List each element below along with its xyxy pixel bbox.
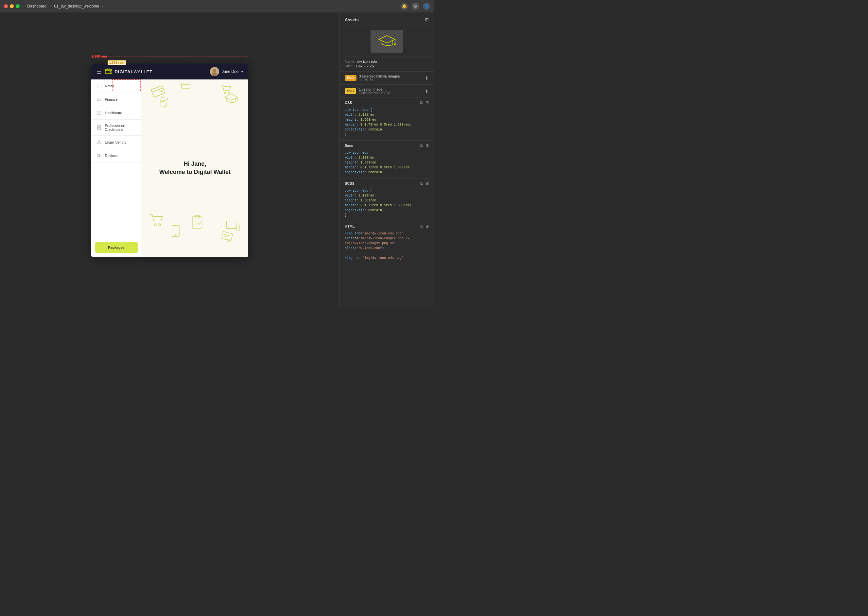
css-copy-icon[interactable]: ⧉: [420, 101, 423, 105]
dw-logo: DIGITALWALLET: [105, 68, 153, 75]
legal-identity-icon: [96, 140, 102, 145]
html-section-header: HTML ⧉ ⊞: [340, 222, 434, 230]
css-settings-icon[interactable]: ⊞: [426, 101, 429, 105]
settings-icon[interactable]: ⚙: [412, 3, 419, 10]
dw-app-window: ☰ DIGITALWALLET: [91, 64, 248, 257]
assets-filter-icon[interactable]: ⊞: [425, 17, 429, 22]
scss-section-icons: ⧉ ⊞: [420, 181, 429, 186]
sidebar-item-professional-credentials[interactable]: Professional Credentials: [91, 119, 142, 136]
scatter-cert-icon: [220, 231, 233, 245]
dw-header-right: Jane Doe ▾: [210, 67, 243, 76]
svg-rect-26: [237, 225, 240, 230]
css-section-title: CSS: [345, 101, 352, 105]
sass-section-icons: ⧉ ⊞: [420, 143, 429, 148]
sidebar-item-devices[interactable]: Devices: [91, 149, 142, 162]
css-section-header: CSS ⧉ ⊞: [340, 98, 434, 106]
svg-rect-5: [97, 85, 101, 88]
scss-section-title: SCSS: [345, 181, 355, 185]
svg-format-sub: Optimized with SVGO: [359, 91, 390, 95]
close-button[interactable]: [4, 4, 8, 8]
user-avatar[interactable]: 👤: [423, 3, 430, 10]
asset-name-value: dw-icon-edu: [357, 60, 377, 63]
sidebar-item-finance[interactable]: Finance: [91, 93, 142, 106]
scatter-clipboard-icon: [192, 215, 203, 231]
welcome-text: Hi Jane, Welcome to Digital Wallet: [159, 160, 231, 176]
right-panel: Assets ⊞ Name: dw-icon-edu Size:: [339, 13, 434, 308]
svg-point-14: [160, 90, 162, 93]
asset-name-row: Name: dw-icon-edu: [345, 60, 429, 63]
main-layout: 2.188 rem 1.562 rem ☰: [0, 13, 434, 308]
scss-code-block: .dw-icon-edu { width: 2.188rem; height: …: [340, 187, 434, 221]
svg-rect-11: [97, 154, 100, 156]
dw-username: Jane Doe: [222, 69, 238, 74]
sass-code-block: .dw-icon-edu width: 2.188rem height: 1.5…: [340, 149, 434, 178]
svg-rect-24: [195, 215, 200, 218]
professional-credentials-label: Professional Credentials: [105, 124, 136, 132]
devices-icon: [96, 153, 102, 158]
scss-copy-icon[interactable]: ⧉: [420, 181, 423, 186]
sass-settings-icon[interactable]: ⊞: [426, 143, 429, 148]
svg-point-7: [98, 100, 98, 101]
packages-button[interactable]: Packages: [95, 242, 138, 253]
scss-settings-icon[interactable]: ⊞: [426, 181, 429, 186]
asset-size-value: 35px × 25px: [355, 64, 374, 68]
assets-header: Assets ⊞: [340, 13, 434, 26]
devices-label: Devices: [105, 154, 118, 157]
html-code-block: <img src="img/dw-icon-edu.png" srcset="i…: [340, 230, 434, 264]
asset-name-label: Name:: [345, 60, 355, 63]
html-section: HTML ⧉ ⊞ <img src="img/dw-icon-edu.png" …: [340, 222, 434, 264]
svg-rect-25: [226, 221, 236, 228]
html-settings-icon[interactable]: ⊞: [426, 224, 429, 229]
svg-point-17: [228, 93, 230, 94]
back-nav[interactable]: ‹ Dashboard: [24, 4, 46, 8]
maximize-button[interactable]: [16, 4, 20, 8]
menu-hamburger-icon[interactable]: ☰: [96, 69, 101, 75]
scatter-wallet-icon: [150, 83, 167, 101]
svg-marker-19: [225, 94, 238, 101]
asset-preview: [340, 26, 434, 57]
html-copy-icon[interactable]: ⧉: [420, 224, 423, 229]
sidebar-item-healthcare[interactable]: Healthcare: [91, 106, 142, 119]
svg-rect-27: [172, 226, 179, 237]
css-section-icons: ⧉ ⊞: [420, 101, 429, 105]
sass-section-title: Sass: [345, 143, 353, 148]
svg-point-1: [110, 71, 111, 72]
healthcare-label: Healthcare: [105, 111, 122, 115]
png-download-icon[interactable]: ⬇: [425, 75, 429, 81]
svg-point-33: [394, 44, 396, 46]
welcome-line2: Welcome to Digital Wallet: [159, 169, 231, 175]
healthcare-icon: [96, 110, 102, 115]
svg-point-22: [159, 224, 160, 226]
svg-download-icon[interactable]: ⬇: [425, 89, 429, 94]
sass-section-header: Sass ⧉ ⊞: [340, 141, 434, 149]
finance-label: Finance: [105, 97, 118, 101]
svg-point-3: [213, 69, 216, 72]
notification-icon[interactable]: 🔔: [401, 3, 408, 10]
sidebar-item-legal-identity[interactable]: Legal Identity: [91, 136, 142, 149]
asset-thumbnail: [371, 30, 403, 53]
sass-section: Sass ⧉ ⊞ .dw-icon-edu width: 2.188rem he…: [340, 141, 434, 179]
asset-metadata: Name: dw-icon-edu Size: 35px × 25px: [340, 57, 434, 72]
sidebar-item-retail[interactable]: Retail: [91, 79, 142, 93]
html-section-icons: ⧉ ⊞: [420, 224, 429, 229]
scatter-edu-icon: [224, 93, 238, 106]
asset-size-row: Size: 35px × 25px: [345, 64, 429, 68]
dw-username-chevron[interactable]: ▾: [241, 70, 243, 74]
back-label[interactable]: Dashboard: [27, 4, 46, 8]
tab-left-chevron: ‹: [50, 5, 51, 8]
welcome-line1: Hi Jane,: [184, 160, 206, 167]
svg-format-name: 1 vector image: [359, 87, 390, 91]
svg-rect-0: [105, 69, 112, 74]
svg-point-28: [175, 234, 176, 236]
png-format-name: 3 selected bitmap images: [359, 74, 400, 78]
minimize-button[interactable]: [10, 4, 14, 8]
back-chevron: ‹: [24, 5, 25, 8]
scatter-cart2-icon: [150, 214, 164, 227]
html-section-title: HTML: [345, 224, 355, 228]
scatter-cart-icon: [221, 84, 232, 96]
svg-point-10: [98, 141, 100, 143]
png-badge: PNG: [345, 75, 357, 81]
finance-icon: [96, 97, 102, 102]
titlebar-right: 🔔 ⚙ 👤: [401, 3, 430, 10]
sass-copy-icon[interactable]: ⧉: [420, 143, 423, 148]
